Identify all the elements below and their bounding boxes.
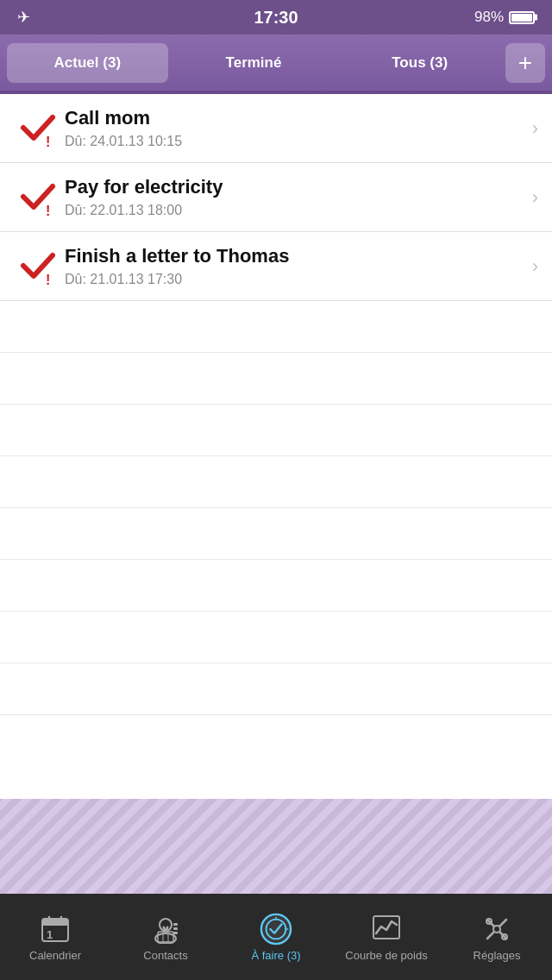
empty-row bbox=[0, 612, 552, 663]
task-list: ! Call mom Dû: 24.01.13 10:15 › ! Pay fo… bbox=[0, 94, 552, 799]
task-content-2: Pay for electricity Dû: 22.01.13 18:00 bbox=[61, 176, 525, 217]
task-content-1: Call mom Dû: 24.01.13 10:15 bbox=[61, 107, 525, 148]
bottom-tab-calendrier[interactable]: 1 Calendrier bbox=[0, 894, 110, 980]
task-chevron-3: › bbox=[525, 255, 538, 278]
task-due-1: Dû: 24.01.13 10:15 bbox=[65, 134, 525, 149]
svg-text:!: ! bbox=[46, 273, 50, 286]
main-content: ! Call mom Dû: 24.01.13 10:15 › ! Pay fo… bbox=[0, 94, 552, 894]
status-right: 98% bbox=[474, 9, 535, 26]
bottom-tab-label-calendrier: Calendrier bbox=[29, 949, 81, 962]
task-check-3: ! bbox=[14, 247, 61, 286]
status-time: 17:30 bbox=[254, 8, 298, 28]
svg-text:!: ! bbox=[46, 204, 50, 217]
bottom-tab-contacts[interactable]: Contacts bbox=[110, 894, 221, 980]
nav-bar: Actuel (3) Terminé Tous (3) + bbox=[0, 35, 552, 91]
tab-termine[interactable]: Terminé bbox=[173, 43, 335, 83]
bottom-tab-reglages[interactable]: Réglages bbox=[442, 894, 552, 980]
svg-point-22 bbox=[493, 926, 500, 933]
battery-icon bbox=[509, 11, 535, 24]
svg-rect-4 bbox=[42, 919, 68, 926]
bottom-tab-label-courbe: Courbe de poids bbox=[345, 949, 427, 962]
settings-icon bbox=[480, 913, 513, 945]
task-chevron-2: › bbox=[525, 186, 538, 209]
airplane-icon: ✈ bbox=[17, 8, 30, 27]
tab-actuel[interactable]: Actuel (3) bbox=[7, 43, 168, 83]
task-check-2: ! bbox=[14, 178, 61, 217]
empty-row bbox=[0, 301, 552, 353]
svg-text:1: 1 bbox=[47, 928, 53, 941]
status-bar: ✈ 17:30 98% bbox=[0, 0, 552, 35]
empty-row bbox=[0, 663, 552, 715]
svg-text:!: ! bbox=[46, 135, 50, 148]
add-task-button[interactable]: + bbox=[505, 43, 545, 83]
svg-rect-19 bbox=[373, 916, 399, 939]
svg-rect-10 bbox=[173, 923, 178, 926]
chart-icon bbox=[370, 913, 403, 945]
task-title-3: Finish a letter to Thomas bbox=[65, 245, 525, 267]
empty-row bbox=[0, 405, 552, 456]
empty-row bbox=[0, 456, 552, 508]
task-item[interactable]: ! Call mom Dû: 24.01.13 10:15 › bbox=[0, 94, 552, 163]
todo-icon bbox=[260, 913, 292, 945]
bottom-tab-bar: 1 Calendrier Contacts bbox=[0, 894, 552, 980]
bottom-tab-label-contacts: Contacts bbox=[143, 949, 187, 962]
striped-area bbox=[0, 799, 552, 894]
empty-row bbox=[0, 508, 552, 560]
task-item[interactable]: ! Pay for electricity Dû: 22.01.13 18:00… bbox=[0, 163, 552, 232]
svg-point-8 bbox=[160, 919, 172, 931]
task-title-1: Call mom bbox=[65, 107, 525, 129]
task-item[interactable]: ! Finish a letter to Thomas Dû: 21.01.13… bbox=[0, 232, 552, 301]
empty-row bbox=[0, 353, 552, 405]
calendar-icon: 1 bbox=[39, 913, 72, 945]
task-check-1: ! bbox=[14, 109, 61, 148]
tab-tous[interactable]: Tous (3) bbox=[339, 43, 500, 83]
bottom-tab-label-afaire: À faire (3) bbox=[251, 949, 300, 962]
bottom-tab-label-reglages: Réglages bbox=[474, 949, 521, 962]
task-chevron-1: › bbox=[525, 117, 538, 140]
bottom-tab-courbe[interactable]: Courbe de poids bbox=[331, 894, 442, 980]
battery-percent: 98% bbox=[474, 9, 504, 26]
task-content-3: Finish a letter to Thomas Dû: 21.01.13 1… bbox=[61, 245, 525, 286]
svg-rect-11 bbox=[173, 927, 178, 930]
empty-row bbox=[0, 560, 552, 612]
empty-rows bbox=[0, 301, 552, 715]
task-due-2: Dû: 22.01.13 18:00 bbox=[65, 203, 525, 218]
bottom-tab-afaire[interactable]: À faire (3) bbox=[221, 894, 331, 980]
status-left: ✈ bbox=[17, 8, 30, 27]
task-due-3: Dû: 21.01.13 17:30 bbox=[65, 272, 525, 287]
contacts-icon bbox=[149, 913, 182, 945]
task-title-2: Pay for electricity bbox=[65, 176, 525, 198]
